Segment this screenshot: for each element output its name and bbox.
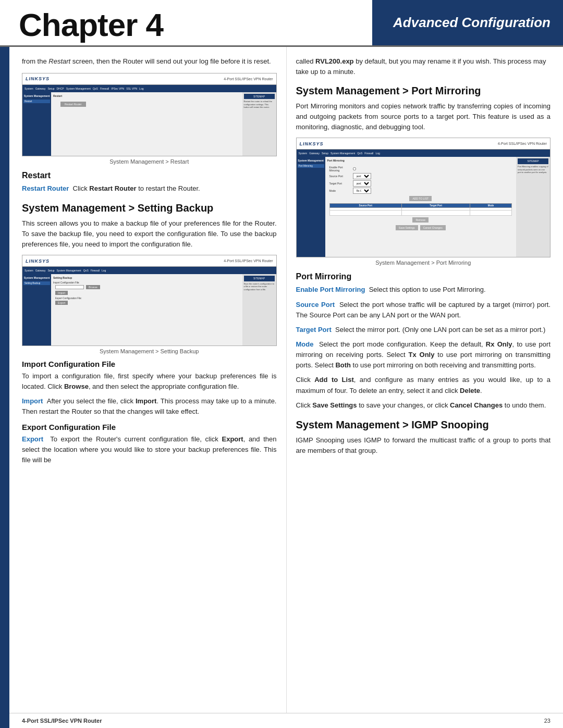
nav3-log: Log [375,152,380,155]
export-config-heading: Export Configuration File [22,423,277,431]
help-text-3: Port Mirroring enables copying of networ… [518,165,548,174]
save-cancel-row: Save Settings Cancel Changes [329,225,512,230]
add-to-list-btn-mock[interactable]: ADD TO LIST [409,196,432,201]
intro-paragraph-left: from the Restart screen, then the Router… [22,56,277,67]
router-label-1: 4-Port SSL/IPSec VPN Router [224,77,273,81]
import-config-body: To import a configuration file, first sp… [22,371,277,392]
add-to-list-row: ADD TO LIST [329,196,512,201]
both-bold: Both [335,361,351,369]
pm-source-row: Source Port port1 [329,173,512,179]
restart-body: Restart Router Click Restart Router to r… [22,183,277,194]
screenshot-port-mirroring: LINKSYS 4-Port SSL/IPSec VPN Router Syst… [296,138,551,257]
screenshot-main-1: Restart Restart Router [51,92,242,156]
igmp-body: IGMP Snooping uses IGMP to forward the m… [296,435,551,456]
import-btn-row: Import [53,291,240,295]
pm-target-label: Target Port [329,182,353,185]
restart-heading: Restart [22,171,277,180]
export-term: Export [22,435,43,443]
pm-source-label: Source Port [329,175,353,178]
nav3-system: System [299,152,308,155]
pm-enable-checkbox[interactable] [353,167,356,170]
sitemap-btn-1[interactable]: SITEMAP [244,94,275,100]
sitemap-btn-3[interactable]: SITEMAP [518,158,548,164]
nav-ssl: SSL VPN [126,87,137,90]
pm-col-target: Target Port [402,204,470,208]
footer-page-number: 23 [544,718,550,724]
browse-btn-mock[interactable]: Browse [86,285,100,289]
source-port-term: Source Port [296,301,335,309]
add-to-list-body: Click Add to List, and configure as many… [296,375,551,396]
add-to-list-bold: Add to List [314,376,354,384]
restart-btn-mock[interactable]: Restart Router [60,102,86,107]
import-term-body: Import After you select the file, click … [22,396,277,417]
setting-backup-body: This screen allows you to make a backup … [22,218,277,250]
sidebar-subitems-1: Restart [23,100,50,104]
cancel-btn-mock[interactable]: Cancel Changes [420,225,446,230]
nav2-system: System [25,269,33,272]
export-bold: Export [222,435,243,443]
pm-col-source: Source Port [329,204,402,208]
sidebar-sub-restart[interactable]: Restart [23,100,50,103]
import-btn-mock[interactable]: Import [55,291,68,295]
pm-target-row: Target Port port1 [329,180,512,187]
import-form-row: Browse [53,285,240,289]
enable-pm-body: Enable Port Mirroring Select this option… [296,285,551,295]
system-mgmt-label-2: System Management [24,276,50,279]
pm-target-select[interactable]: port1 [353,180,371,187]
restart-title-mock: Restart [53,94,240,97]
screenshot-restart-inner: LINKSYS 4-Port SSL/IPSec VPN Router Syst… [22,73,276,156]
restart-btn-row: Restart Router [53,100,240,107]
mode-body: Mode Select the port mode configuration.… [296,339,551,371]
nav-system: System [25,87,33,90]
nav-fw: Firewall [100,87,109,90]
nav3-gateway: Gateway [309,152,320,155]
pm-cell-t2 [402,211,470,216]
browse-bold: Browse [64,382,89,390]
nav3-setup: Setup [322,152,328,155]
screenshot-body-1: System Management Restart Restart Restar… [22,92,276,156]
system-mgmt-label: System Management [24,94,50,97]
section-title: Advanced Configuration [393,15,550,31]
pm-table-row-2 [329,211,512,216]
nav-dhcp: DHCP [56,87,64,90]
screenshot-main-3: Port Mirroring Enable Port Mirroring Sou… [325,157,517,257]
export-label-mock: Export Configuration File: [55,297,238,300]
import-file-input[interactable] [55,285,84,289]
left-column: from the Restart screen, then the Router… [9,47,287,713]
screenshot-body-3: System Management Port Mirroring Port Mi… [297,157,550,257]
chapter-title: Chapter 4 [19,9,163,41]
screenshot-sidebar-3: System Management Port Mirroring [297,157,325,257]
import-config-heading: Import Configuration File [22,360,277,368]
caption-restart: System Management > Restart [22,158,277,165]
pm-mode-select[interactable]: Rx Only Tx Only Both [353,188,371,194]
nav-log: Log [139,87,143,90]
pm-cell-s2 [329,211,402,216]
sidebar-sub-pm[interactable]: Port Mirroring [298,164,324,168]
nav3-qos: QoS [357,152,362,155]
nav-sysmgmt: System Management [66,87,91,90]
restart-router-bold: Restart Router [89,184,136,192]
linksys-bar-3: LINKSYS 4-Port SSL/IPSec VPN Router [297,138,550,150]
linksys-logo-2: LINKSYS [26,258,50,264]
nav3-sysmgmt: System Management [331,152,355,155]
screenshot-right-2: SITEMAP Save the router's configuration … [242,274,276,346]
enable-pm-term: Enable Port Mirroring [296,286,365,293]
port-mirroring-body: Port Mirroring monitors and copies netwo… [296,101,551,132]
screenshot-pm-inner: LINKSYS 4-Port SSL/IPSec VPN Router Syst… [297,138,550,257]
pm-table: Source Port Target Port Mode [329,203,512,216]
remove-btn-mock[interactable]: Remove [412,217,429,223]
sitemap-btn-2[interactable]: SITEMAP [244,276,275,281]
export-btn-mock[interactable]: Export [55,301,68,305]
nav3-fw: Firewall [364,152,373,155]
import-term: Import [22,397,43,405]
sidebar-sub-sb[interactable]: Setting Backup [23,281,50,285]
two-column-layout: from the Restart screen, then the Router… [9,47,563,713]
help-text-2: Save the router's configuration to a fil… [244,282,275,291]
page-footer: 4-Port SSL/IPSec VPN Router 23 [9,713,563,728]
linksys-logo-3: LINKSYS [300,141,324,146]
sidebar-subitems-2: Setting Backup [23,281,50,286]
screenshot-sb-inner: LINKSYS 4-Port SSL/IPSec VPN Router Syst… [22,255,276,346]
pm-source-select[interactable]: port1 [353,173,371,179]
mode-term: Mode [296,340,314,348]
save-btn-mock[interactable]: Save Settings [396,225,418,230]
